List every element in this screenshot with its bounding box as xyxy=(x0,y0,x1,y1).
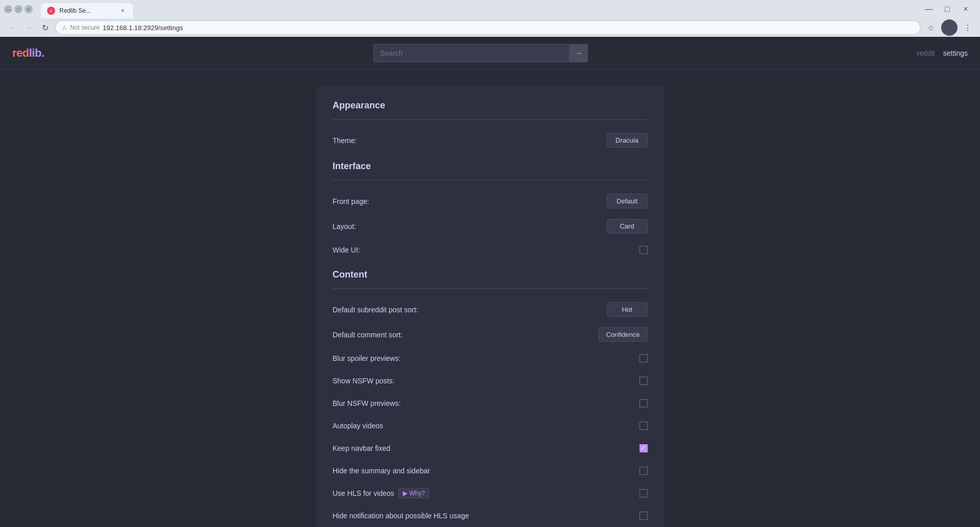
blur-spoiler-control xyxy=(640,354,648,362)
show-nsfw-control xyxy=(640,377,648,385)
back-button[interactable]: ← xyxy=(6,21,18,34)
default-comment-sort-row: Default comment sort: Confidence xyxy=(333,322,648,347)
tab-bar: r Redlib Se... × xyxy=(37,0,137,18)
content-divider xyxy=(333,288,648,289)
search-wrapper: → xyxy=(373,44,588,62)
search-container: → xyxy=(44,44,917,62)
settings-panel: Appearance Theme: Dracula Interface Fron… xyxy=(316,86,664,527)
hide-summary-checkbox[interactable] xyxy=(640,467,648,475)
theme-label: Theme: xyxy=(333,136,607,145)
wide-ui-control xyxy=(640,246,648,254)
close-window-button[interactable]: × xyxy=(25,5,33,13)
window-close-icon[interactable]: × xyxy=(960,3,972,15)
hide-notification-label: Hide notification about possible HLS usa… xyxy=(333,512,640,520)
refresh-button[interactable]: ↻ xyxy=(39,21,51,34)
content-section: Content Default subreddit post sort: Hot… xyxy=(333,269,648,527)
logo-red: red xyxy=(12,47,29,59)
keep-navbar-checkbox[interactable] xyxy=(640,444,648,452)
theme-dropdown[interactable]: Dracula xyxy=(607,133,648,148)
main-content: Appearance Theme: Dracula Interface Fron… xyxy=(0,70,980,527)
hide-summary-label: Hide the summary and sidebar xyxy=(333,467,640,475)
logo-lib: lib xyxy=(29,47,41,59)
default-post-sort-label: Default subreddit post sort: xyxy=(333,306,607,314)
tab-favicon: r xyxy=(47,7,55,15)
use-hls-control xyxy=(640,489,648,497)
keep-navbar-label: Keep navbar fixed xyxy=(333,444,640,452)
use-hls-checkbox[interactable] xyxy=(640,489,648,497)
header-right: reddit settings xyxy=(917,49,968,57)
wide-ui-row: Wide UI: xyxy=(333,239,648,261)
autoplay-label: Autoplay videos xyxy=(333,422,640,430)
autoplay-checkbox[interactable] xyxy=(640,422,648,430)
keep-navbar-row: Keep navbar fixed xyxy=(333,437,648,460)
show-nsfw-label: Show NSFW posts: xyxy=(333,377,640,385)
front-page-control: Default xyxy=(607,194,648,209)
maximize-button[interactable]: □ xyxy=(14,5,22,13)
interface-title: Interface xyxy=(333,161,648,172)
hide-summary-row: Hide the summary and sidebar xyxy=(333,460,648,482)
appearance-section: Appearance Theme: Dracula xyxy=(333,100,648,153)
appearance-divider xyxy=(333,119,648,120)
blur-nsfw-label: Blur NSFW previews: xyxy=(333,399,640,407)
show-nsfw-checkbox[interactable] xyxy=(640,377,648,385)
show-nsfw-row: Show NSFW posts: xyxy=(333,370,648,392)
blur-nsfw-control xyxy=(640,399,648,407)
settings-link[interactable]: settings xyxy=(943,49,968,57)
forward-button[interactable]: → xyxy=(22,21,35,34)
why-button[interactable]: ▶ Why? xyxy=(398,488,429,498)
layout-dropdown[interactable]: Card xyxy=(607,219,648,234)
use-hls-label: Use HLS for videos ▶ Why? xyxy=(333,488,640,498)
blur-spoiler-row: Blur spoiler previews: xyxy=(333,347,648,370)
browser-nav-bar: ← → ↻ ⚠ Not secure 192.168.1.18:2929/set… xyxy=(0,18,980,37)
blur-spoiler-checkbox[interactable] xyxy=(640,354,648,362)
tab-title: Redlib Se... xyxy=(59,7,91,14)
front-page-dropdown[interactable]: Default xyxy=(607,194,648,209)
hide-notification-row: Hide notification about possible HLS usa… xyxy=(333,505,648,527)
interface-divider xyxy=(333,180,648,180)
blur-nsfw-row: Blur NSFW previews: xyxy=(333,392,648,415)
default-comment-sort-label: Default comment sort: xyxy=(333,331,599,339)
window-minimize-icon[interactable]: — xyxy=(923,3,935,15)
blur-nsfw-checkbox[interactable] xyxy=(640,399,648,407)
bookmark-button[interactable]: ☆ xyxy=(925,21,937,34)
content-title: Content xyxy=(333,269,648,280)
front-page-label: Front page: xyxy=(333,197,607,205)
front-page-row: Front page: Default xyxy=(333,189,648,214)
browser-window-controls: — □ × xyxy=(4,5,33,13)
default-post-sort-dropdown[interactable]: Hot xyxy=(607,302,648,317)
search-button[interactable]: → xyxy=(569,44,588,62)
security-icon: ⚠ xyxy=(62,25,67,31)
use-hls-row: Use HLS for videos ▶ Why? xyxy=(333,482,648,505)
address-bar[interactable]: ⚠ Not secure 192.168.1.18:2929/settings xyxy=(55,20,921,35)
layout-label: Layout: xyxy=(333,222,607,231)
wide-ui-checkbox[interactable] xyxy=(640,246,648,254)
autoplay-row: Autoplay videos xyxy=(333,415,648,437)
security-label: Not secure xyxy=(70,24,100,31)
minimize-button[interactable]: — xyxy=(4,5,12,13)
keep-navbar-control xyxy=(640,444,648,452)
active-tab[interactable]: r Redlib Se... × xyxy=(41,3,133,18)
reddit-link[interactable]: reddit xyxy=(917,49,935,57)
hide-notification-control xyxy=(640,512,648,520)
layout-control: Card xyxy=(607,219,648,234)
default-comment-sort-control: Confidence xyxy=(599,327,648,342)
default-comment-sort-dropdown[interactable]: Confidence xyxy=(599,327,648,342)
app-logo: redlib. xyxy=(12,47,44,60)
browser-chrome: — □ × r Redlib Se... × — □ × ← → ↻ ⚠ Not… xyxy=(0,0,980,37)
layout-row: Layout: Card xyxy=(333,214,648,239)
app-container: redlib. → reddit settings Appearance The… xyxy=(0,37,980,527)
wide-ui-label: Wide UI: xyxy=(333,246,640,254)
blur-spoiler-label: Blur spoiler previews: xyxy=(333,354,640,362)
browser-title-bar: — □ × r Redlib Se... × — □ × xyxy=(0,0,980,18)
interface-section: Interface Front page: Default Layout: Ca… xyxy=(333,161,648,261)
theme-row: Theme: Dracula xyxy=(333,128,648,153)
theme-control: Dracula xyxy=(607,133,648,148)
hide-notification-checkbox[interactable] xyxy=(640,512,648,520)
browser-menu-button[interactable]: ⋮ xyxy=(962,21,974,34)
hide-summary-control xyxy=(640,467,648,475)
search-input[interactable] xyxy=(373,44,569,62)
window-maximize-icon[interactable]: □ xyxy=(941,3,953,15)
url-display: 192.168.1.18:2929/settings xyxy=(103,24,183,32)
app-header: redlib. → reddit settings xyxy=(0,37,980,70)
tab-close-button[interactable]: × xyxy=(119,7,127,15)
